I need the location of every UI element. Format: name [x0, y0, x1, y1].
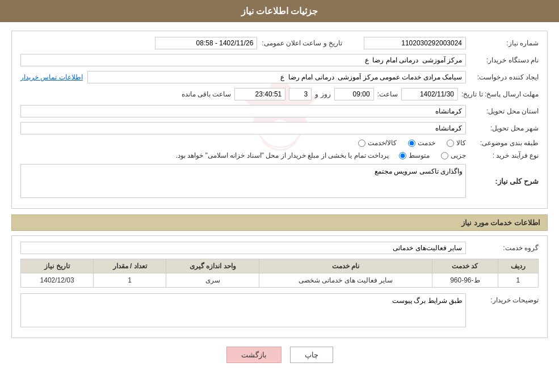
radio-motavaset-label: متوسط [409, 151, 430, 159]
page-title: جزئیات اطلاعات نیاز [241, 6, 318, 16]
col-date: تاریخ نیاز [21, 259, 94, 273]
radio-motavaset[interactable]: متوسط [399, 151, 430, 159]
announce-datetime-input [155, 37, 257, 49]
service-group-row: گروه خدمت: [20, 242, 539, 254]
description-row: شرح کلی نیاز: [20, 164, 539, 198]
reply-time-label: ساعت: [377, 90, 398, 98]
creator-row: ایجاد کننده درخواست: اطلاعات تماس خریدار [20, 71, 539, 83]
buyer-org-row: نام دستگاه خریدار: [20, 54, 539, 66]
main-form: شماره نیاز: تاریخ و ساعت اعلان عمومی: نا… [11, 31, 548, 209]
reply-deadline-row: مهلت ارسال پاسخ: تا تاریخ: ساعت: روز و س… [20, 88, 539, 100]
buyer-desc-row: توضیحات خریدار: [20, 293, 539, 327]
services-table: ردیف کد خدمت نام خدمت واحد اندازه گیری ت… [20, 259, 539, 288]
radio-kala-khadamat[interactable]: کالا/خدمت [358, 139, 397, 147]
radio-kala-khadamat-label: کالا/خدمت [368, 139, 397, 147]
description-label: شرح کلی نیاز: [470, 177, 539, 186]
days-input [289, 88, 312, 100]
purchase-type-label: نوع فرآیند خرید : [470, 151, 539, 159]
need-number-label: شماره نیاز: [470, 39, 539, 47]
category-row: طبقه بندی موضوعی: کالا خدمت کالا/خدمت [20, 139, 539, 147]
remaining-label: ساعت باقی مانده [182, 90, 232, 98]
services-section-title: اطلاعات خدمات مورد نیاز [11, 214, 548, 231]
page-header: جزئیات اطلاعات نیاز [0, 0, 559, 22]
creator-label: ایجاد کننده درخواست: [470, 73, 539, 81]
service-group-label: گروه خدمت: [470, 244, 539, 252]
days-label: روز و [315, 90, 330, 98]
col-unit: واحد اندازه گیری [166, 259, 259, 273]
radio-kala-label: کالا [456, 139, 466, 147]
buyer-org-label: نام دستگاه خریدار: [470, 56, 539, 64]
radio-khadamat-label: خدمت [418, 139, 435, 147]
need-number-row: شماره نیاز: تاریخ و ساعت اعلان عمومی: [20, 37, 539, 49]
remaining-time-input [234, 88, 285, 100]
table-row: 1ط-96-960سایر فعالیت های خدماتی شخصیسری1… [21, 273, 539, 288]
col-row-num: ردیف [498, 259, 538, 273]
buyer-org-input [20, 54, 466, 66]
print-button[interactable]: چاپ [290, 347, 333, 363]
radio-jozi[interactable]: جزیی [441, 151, 466, 159]
category-radio-group: کالا خدمت کالا/خدمت [358, 139, 466, 147]
description-textarea[interactable] [20, 164, 466, 198]
radio-khadamat[interactable]: خدمت [408, 139, 435, 147]
purchase-type-row: نوع فرآیند خرید : جزیی متوسط پرداخت تمام… [20, 151, 539, 159]
reply-deadline-label: مهلت ارسال پاسخ: تا تاریخ: [461, 90, 539, 98]
reply-time-input [334, 88, 374, 100]
city-input [20, 122, 466, 134]
category-label: طبقه بندی موضوعی: [470, 139, 539, 147]
button-row: چاپ بازگشت [11, 347, 548, 372]
col-service-name: نام خدمت [259, 259, 432, 273]
buyer-desc-label: توضیحات خریدار: [470, 293, 539, 304]
creator-input [87, 71, 466, 83]
purchase-type-note: پرداخت تمام یا بخشی از مبلغ خریدار از مح… [176, 151, 389, 159]
announce-label: تاریخ و ساعت اعلان عمومی: [262, 39, 342, 47]
services-section: گروه خدمت: ردیف کد خدمت نام خدمت واحد ان… [11, 235, 548, 338]
reply-date-input [401, 88, 458, 100]
radio-jozi-label: جزیی [451, 151, 466, 159]
city-row: شهر محل تحویل: [20, 122, 539, 134]
service-group-input [20, 242, 466, 254]
contact-link[interactable]: اطلاعات تماس خریدار [20, 73, 83, 81]
radio-kala[interactable]: کالا [447, 139, 466, 147]
purchase-type-radio-group: جزیی متوسط [399, 151, 466, 159]
back-button[interactable]: بازگشت [226, 347, 281, 363]
table-header-row: ردیف کد خدمت نام خدمت واحد اندازه گیری ت… [21, 259, 539, 273]
col-quantity: تعداد / مقدار [94, 259, 166, 273]
city-label: شهر محل تحویل: [470, 124, 539, 132]
province-input [20, 105, 466, 117]
need-number-input [364, 37, 466, 49]
buyer-desc-textarea[interactable] [20, 293, 466, 327]
province-row: استان محل تحویل: [20, 105, 539, 117]
col-service-code: کد خدمت [432, 259, 498, 273]
province-label: استان محل تحویل: [470, 107, 539, 115]
